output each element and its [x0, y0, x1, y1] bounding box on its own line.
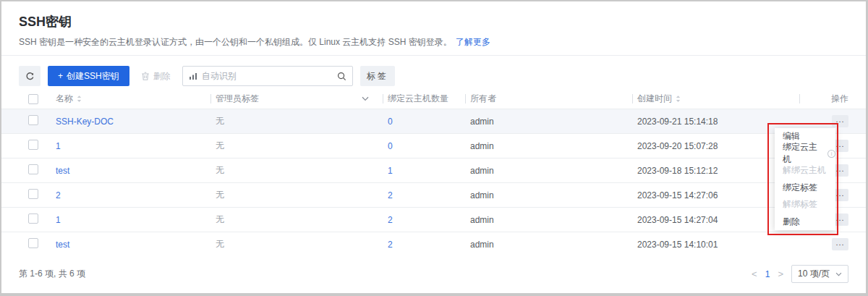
- delete-button: 删除: [137, 66, 175, 86]
- chevron-down-icon[interactable]: [362, 96, 369, 101]
- row-actions-button[interactable]: ...: [832, 115, 848, 127]
- table-row: SSH-Key-DOC 无 0 admin 2023-09-21 15:14:1…: [1, 109, 866, 133]
- admin-tag-value: 无: [216, 140, 388, 152]
- admin-tag-value: 无: [216, 164, 388, 177]
- ssh-key-name-link[interactable]: 1: [56, 141, 216, 151]
- row-actions-menu: 编辑 绑定云主机 i 解绑云主机 绑定标签 解绑标签 删除: [775, 128, 835, 230]
- created-value: 2023-09-21 15:14:18: [637, 117, 799, 127]
- host-count-link[interactable]: 1: [388, 166, 470, 176]
- row-checkbox[interactable]: [28, 213, 38, 224]
- refresh-icon: [25, 72, 35, 81]
- column-header-admin-tag: 管理员标签: [216, 89, 388, 109]
- row-checkbox[interactable]: [28, 238, 38, 248]
- admin-tag-value: 无: [216, 213, 388, 226]
- page-title: SSH密钥: [19, 13, 848, 30]
- column-header-owner: 所有者: [470, 89, 637, 109]
- page-subtitle: SSH 密钥是一种安全的云主机登录认证方式，由一个公钥和一个私钥组成。仅 Lin…: [19, 36, 848, 48]
- row-checkbox[interactable]: [28, 189, 38, 199]
- tag-button[interactable]: 标签: [360, 66, 395, 86]
- admin-tag-value: 无: [216, 115, 388, 127]
- menu-item-delete[interactable]: 删除: [775, 213, 835, 231]
- table-row: 2 无 2 admin 2023-09-15 14:27:06 ...: [1, 182, 866, 207]
- host-count-link[interactable]: 0: [388, 141, 470, 151]
- sort-icon[interactable]: [676, 95, 681, 103]
- subtitle-text: SSH 密钥是一种安全的云主机登录认证方式，由一个公钥和一个私钥组成。仅 Lin…: [19, 37, 452, 47]
- prev-page-button[interactable]: <: [750, 268, 759, 279]
- current-page-number[interactable]: 1: [765, 269, 770, 279]
- filter-bars-icon: [189, 72, 197, 80]
- page-size-value: 10 项/页: [798, 268, 830, 280]
- select-all-checkbox[interactable]: [28, 94, 38, 104]
- search-icon[interactable]: [337, 72, 346, 81]
- ssh-key-name-link[interactable]: test: [56, 166, 216, 176]
- column-header-actions: 操作: [799, 89, 848, 109]
- plus-icon: +: [58, 71, 63, 81]
- table-row: test 无 1 admin 2023-09-18 15:12:12 ...: [1, 158, 866, 182]
- ssh-key-name-link[interactable]: 2: [56, 190, 216, 200]
- page-size-select[interactable]: 10 项/页: [791, 265, 848, 283]
- page-header: SSH密钥 SSH 密钥是一种安全的云主机登录认证方式，由一个公钥和一个私钥组成…: [1, 1, 866, 56]
- create-ssh-key-button[interactable]: + 创建SSH密钥: [48, 66, 129, 86]
- created-value: 2023-09-15 14:10:01: [637, 240, 799, 250]
- toolbar: + 创建SSH密钥 删除 标签: [1, 56, 866, 89]
- owner-value: admin: [470, 141, 637, 151]
- sort-icon[interactable]: [77, 95, 82, 103]
- column-header-host-count: 绑定云主机数量: [388, 89, 470, 109]
- column-header-name[interactable]: 名称: [56, 89, 216, 109]
- table-row: 1 无 0 admin 2023-09-20 15:07:28 ...: [1, 133, 866, 158]
- ssh-key-name-link[interactable]: 1: [56, 215, 216, 225]
- row-checkbox[interactable]: [28, 164, 38, 174]
- learn-more-link[interactable]: 了解更多: [456, 37, 490, 47]
- table-row: 1 无 2 admin 2023-09-15 14:27:04 ...: [1, 207, 866, 232]
- owner-value: admin: [470, 117, 637, 127]
- host-count-link[interactable]: 2: [388, 240, 470, 250]
- table-row: test 无 2 admin 2023-09-15 14:10:01 ...: [1, 232, 866, 256]
- ssh-key-name-link[interactable]: test: [56, 240, 216, 250]
- search-box[interactable]: [182, 66, 353, 86]
- host-count-link[interactable]: 2: [388, 215, 470, 225]
- next-page-button[interactable]: >: [776, 268, 785, 279]
- pagination: < 1 > 10 项/页: [750, 265, 848, 283]
- menu-item-unbind-host: 解绑云主机: [775, 162, 835, 179]
- menu-item-unbind-tag: 解绑标签: [775, 196, 835, 213]
- create-ssh-key-label: 创建SSH密钥: [67, 70, 119, 83]
- owner-value: admin: [470, 166, 637, 176]
- host-count-link[interactable]: 0: [388, 117, 470, 127]
- owner-value: admin: [470, 215, 637, 225]
- chevron-down-icon: [835, 272, 842, 276]
- row-checkbox[interactable]: [28, 115, 38, 125]
- menu-item-bind-tag[interactable]: 绑定标签: [775, 179, 835, 197]
- owner-value: admin: [470, 190, 637, 200]
- table-footer: 第 1-6 项, 共 6 项 < 1 > 10 项/页: [1, 256, 866, 283]
- owner-value: admin: [470, 240, 637, 250]
- delete-label: 删除: [153, 70, 171, 83]
- menu-item-bind-host[interactable]: 绑定云主机 i: [775, 145, 835, 163]
- info-icon: i: [827, 150, 835, 158]
- ssh-key-name-link[interactable]: SSH-Key-DOC: [56, 117, 216, 127]
- row-checkbox[interactable]: [28, 140, 38, 150]
- refresh-button[interactable]: [19, 66, 41, 86]
- host-count-link[interactable]: 2: [388, 190, 470, 200]
- column-header-created[interactable]: 创建时间: [637, 89, 799, 109]
- item-count-summary: 第 1-6 项, 共 6 项: [19, 268, 85, 280]
- select-all-cell: [19, 89, 56, 109]
- row-actions-button[interactable]: ...: [832, 238, 848, 250]
- ssh-key-page: SSH密钥 SSH 密钥是一种安全的云主机登录认证方式，由一个公钥和一个私钥组成…: [0, 0, 868, 296]
- admin-tag-value: 无: [216, 238, 388, 250]
- search-input[interactable]: [202, 71, 333, 81]
- table-header: 名称 管理员标签 绑定云主机数量 所有者 创建时间 操作: [1, 89, 866, 109]
- trash-icon: [141, 72, 150, 81]
- admin-tag-value: 无: [216, 189, 388, 201]
